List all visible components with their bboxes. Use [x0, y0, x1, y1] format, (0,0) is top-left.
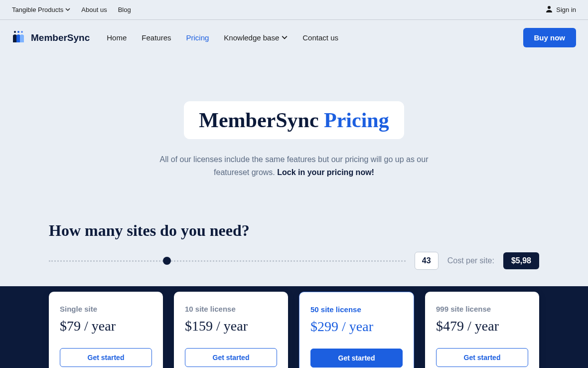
nav-label: Knowledge base: [224, 33, 279, 42]
sites-section: How many sites do you need? 43 Cost per …: [0, 179, 588, 368]
topbar-item-about[interactable]: About us: [81, 6, 107, 13]
hero-title-b: Pricing: [324, 109, 389, 132]
hero-title-a: MemberSync: [199, 109, 318, 132]
hero-title: MemberSync Pricing: [184, 101, 404, 139]
nav-pricing[interactable]: Pricing: [186, 33, 209, 42]
nav-links: Home Features Pricing Knowledge base Con…: [107, 33, 338, 42]
mainnav: MemberSync Home Features Pricing Knowled…: [0, 20, 588, 56]
plan-title: Single site: [60, 305, 152, 313]
nav-label: Features: [142, 33, 171, 42]
plan-price: $479 / year: [436, 318, 528, 334]
cost-per-site-label: Cost per site:: [447, 256, 494, 265]
sites-slider[interactable]: [49, 257, 406, 265]
buy-label: Buy now: [534, 33, 566, 42]
slider-track-line: [49, 260, 406, 262]
svg-point-1: [14, 31, 16, 33]
plan-title: 10 site license: [185, 305, 277, 313]
plan-card-single: Single site $79 / year Get started: [49, 292, 163, 368]
topbar-item-label: Blog: [118, 6, 131, 13]
plan-title: 999 site license: [436, 305, 528, 313]
svg-point-0: [548, 6, 551, 9]
logo[interactable]: MemberSync: [12, 30, 90, 45]
hero: MemberSync Pricing All of our licenses i…: [0, 56, 588, 179]
cta-label: Get started: [464, 354, 501, 362]
nav-knowledge[interactable]: Knowledge base: [224, 33, 288, 42]
plan-price: $159 / year: [185, 318, 277, 334]
chevron-down-icon: [65, 6, 70, 13]
nav-label: Contact us: [302, 33, 338, 42]
svg-point-3: [21, 31, 23, 33]
cta-label: Get started: [338, 354, 375, 362]
plan-price: $79 / year: [60, 318, 152, 334]
cta-label: Get started: [213, 354, 250, 362]
nav-contact[interactable]: Contact us: [302, 33, 338, 42]
hero-subtitle: All of our licenses include the same fea…: [159, 153, 429, 179]
plan-card-50: 50 site license $299 / year Get started: [299, 292, 414, 368]
get-started-button[interactable]: Get started: [60, 348, 152, 367]
logo-icon: [12, 30, 27, 45]
plan-price: $299 / year: [310, 319, 403, 335]
signin-label: Sign in: [556, 6, 576, 13]
buy-now-button[interactable]: Buy now: [523, 28, 577, 47]
user-icon: [545, 5, 553, 14]
slider-row: 43 Cost per site: $5,98: [49, 252, 539, 270]
cost-per-site-value: $5,98: [503, 252, 539, 269]
topbar-left: Tangible Products About us Blog: [12, 6, 131, 13]
cta-label: Get started: [88, 354, 125, 362]
nav-features[interactable]: Features: [142, 33, 171, 42]
topbar: Tangible Products About us Blog Sign in: [0, 0, 588, 20]
sites-heading: How many sites do you need?: [49, 221, 539, 240]
plan-title: 50 site license: [310, 305, 403, 314]
sites-count-display: 43: [415, 252, 439, 270]
get-started-button[interactable]: Get started: [436, 348, 528, 367]
nav-label: Home: [107, 33, 127, 42]
slider-handle[interactable]: [163, 257, 171, 265]
logo-text: MemberSync: [31, 32, 90, 43]
mainnav-left: MemberSync Home Features Pricing Knowled…: [12, 30, 338, 45]
plan-card-10: 10 site license $159 / year Get started: [174, 292, 288, 368]
pricing-cards: Single site $79 / year Get started 10 si…: [49, 292, 539, 368]
nav-label: Pricing: [186, 33, 209, 42]
plan-card-999: 999 site license $479 / year Get started: [425, 292, 539, 368]
get-started-button[interactable]: Get started: [185, 348, 277, 367]
topbar-item-blog[interactable]: Blog: [118, 6, 131, 13]
chevron-down-icon: [282, 33, 288, 42]
topbar-item-label: Tangible Products: [12, 6, 63, 13]
get-started-button[interactable]: Get started: [310, 349, 403, 368]
hero-sub-b: Lock in your pricing now!: [277, 168, 374, 177]
topbar-item-label: About us: [81, 6, 107, 13]
topbar-item-tangible[interactable]: Tangible Products: [12, 6, 70, 13]
svg-point-2: [17, 31, 19, 33]
signin-link[interactable]: Sign in: [545, 5, 576, 14]
nav-home[interactable]: Home: [107, 33, 127, 42]
